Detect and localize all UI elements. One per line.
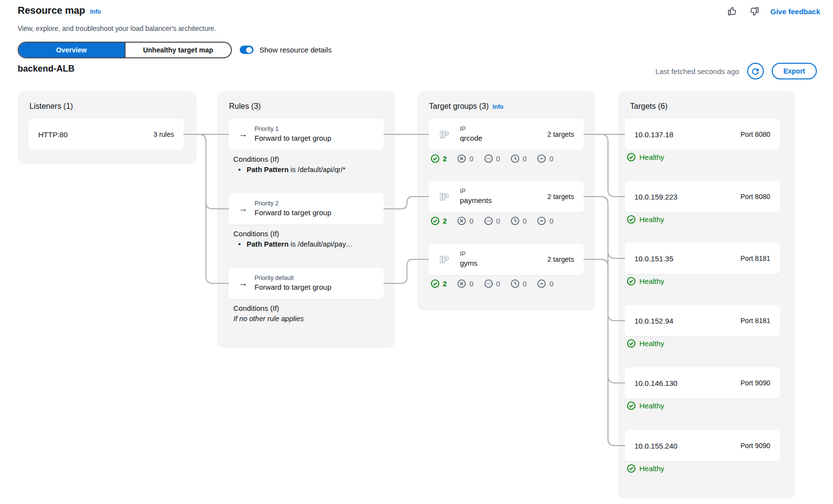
target-port: Port 8181 xyxy=(740,254,770,262)
healthy-icon xyxy=(430,216,440,226)
initial-count: 0 xyxy=(510,216,527,226)
condition-item: • Path Pattern is /default/api/qr/* xyxy=(233,166,385,174)
healthy-icon xyxy=(627,277,636,286)
rule-action: Forward to target group xyxy=(254,133,331,143)
target-card[interactable]: 10.0.137.18 Port 8080 xyxy=(625,119,780,150)
target-ip: 10.0.155.240 xyxy=(634,442,678,450)
target-ip: 10.0.146.130 xyxy=(634,379,678,387)
target-groups-panel-title: Target groups (3) xyxy=(429,102,489,111)
thumbs-up-icon[interactable] xyxy=(727,6,738,17)
target-group-type: IP xyxy=(460,187,492,196)
target-card[interactable]: 10.0.152.94 Port 8181 xyxy=(625,305,780,336)
forward-arrow-icon: → xyxy=(238,129,248,140)
tab-overview[interactable]: Overview xyxy=(19,43,125,57)
initial-icon xyxy=(510,279,520,288)
unhealthy-icon xyxy=(457,279,466,288)
draining-count: 0 xyxy=(537,279,553,288)
target-card[interactable]: 10.0.146.130 Port 9090 xyxy=(625,367,780,399)
rule-card-priority-2[interactable]: → Priority 2 Forward to target group xyxy=(228,193,384,225)
target-group-card-gyms[interactable]: IP IP gyms 2 targets xyxy=(429,244,584,275)
healthy-icon xyxy=(430,279,440,288)
last-fetched-text: Last fetched seconds ago xyxy=(656,67,739,76)
listener-card[interactable]: HTTP:80 3 rules xyxy=(28,119,184,150)
rule-card-priority-1[interactable]: → Priority 1 Forward to target group xyxy=(228,119,384,150)
give-feedback-link[interactable]: Give feedback xyxy=(770,7,820,16)
thumbs-down-icon[interactable] xyxy=(749,6,759,17)
unused-count: 0 xyxy=(484,216,500,226)
target-group-payments-status-row: 2 0 0 0 0 xyxy=(430,216,554,226)
healthy-icon xyxy=(627,215,636,224)
target-group-target-count: 2 targets xyxy=(548,130,574,138)
condition-item: • Path Pattern is /default/api/pay… xyxy=(233,240,385,248)
healthy-icon xyxy=(627,339,636,348)
show-resource-details-toggle-row: Show resource details xyxy=(240,46,332,54)
title-info-link[interactable]: Info xyxy=(90,8,101,15)
target-group-type: IP xyxy=(460,250,478,258)
target-ip: 10.0.137.18 xyxy=(634,130,673,139)
target-card[interactable]: 10.0.151.35 Port 8181 xyxy=(625,243,780,274)
unhealthy-icon xyxy=(457,154,466,163)
target-health-status: Healthy xyxy=(627,277,664,286)
page-description: View, explore, and troubleshoot your loa… xyxy=(18,25,216,32)
listener-protocol-port: HTTP:80 xyxy=(38,130,68,139)
rule-card-priority-default[interactable]: → Priority default Forward to target gro… xyxy=(228,268,384,299)
unhealthy-count: 0 xyxy=(457,279,473,288)
draining-count: 0 xyxy=(537,216,553,226)
healthy-icon xyxy=(627,152,636,162)
rule-action: Forward to target group xyxy=(254,208,331,218)
target-card[interactable]: 10.0.155.240 Port 9090 xyxy=(625,430,780,461)
target-card[interactable]: 10.0.159.223 Port 8080 xyxy=(625,181,780,212)
targets-panel-title: Targets (6) xyxy=(630,102,667,111)
healthy-icon xyxy=(627,464,636,473)
conditions-heading: Conditions (If) xyxy=(233,229,385,238)
target-groups-info-link[interactable]: Info xyxy=(493,103,504,110)
target-port: Port 8181 xyxy=(740,317,770,325)
unused-count: 0 xyxy=(484,279,500,288)
target-group-name: gyms xyxy=(460,258,478,268)
target-port: Port 8080 xyxy=(740,130,770,138)
initial-icon xyxy=(510,154,520,163)
target-group-name: payments xyxy=(460,196,492,205)
target-ip: 10.0.151.35 xyxy=(634,254,673,263)
refresh-button[interactable] xyxy=(747,63,764,79)
page-header: Resource map Info xyxy=(18,5,101,16)
svg-text:IP: IP xyxy=(440,254,449,265)
svg-text:IP: IP xyxy=(440,192,449,202)
export-button[interactable]: Export xyxy=(772,63,817,79)
rule-1-conditions: Conditions (If) • Path Pattern is /defau… xyxy=(233,155,385,174)
target-health-status: Healthy xyxy=(627,339,664,348)
resource-map-page: Resource map Info View, explore, and tro… xyxy=(0,0,833,504)
view-segmented-control: Overview Unhealthy target map xyxy=(18,42,232,58)
refresh-icon xyxy=(751,67,760,76)
draining-count: 0 xyxy=(537,154,553,163)
show-resource-details-label: Show resource details xyxy=(259,46,332,54)
initial-count: 0 xyxy=(510,154,527,163)
healthy-count: 2 xyxy=(430,154,447,163)
healthy-count: 2 xyxy=(430,279,447,288)
listeners-panel-title: Listeners (1) xyxy=(29,102,73,111)
fetch-meta: Last fetched seconds ago Export xyxy=(656,63,817,79)
target-ip: 10.0.152.94 xyxy=(634,317,673,325)
unused-icon xyxy=(484,154,493,163)
forward-arrow-icon: → xyxy=(238,278,248,289)
draining-icon xyxy=(537,216,546,226)
forward-arrow-icon: → xyxy=(238,203,248,214)
rule-default-conditions: Conditions (If) If no other rule applies xyxy=(233,304,385,323)
switch-knob xyxy=(246,47,252,53)
target-ip: 10.0.159.223 xyxy=(634,193,678,201)
target-group-card-payments[interactable]: IP IP payments 2 targets xyxy=(429,181,584,212)
rule-action: Forward to target group xyxy=(254,282,331,292)
target-group-card-qrcode[interactable]: IP IP qrcode 2 targets xyxy=(429,119,584,150)
unused-icon xyxy=(484,279,493,288)
healthy-icon xyxy=(627,401,636,410)
target-health-status: Healthy xyxy=(627,215,664,224)
target-port: Port 8080 xyxy=(740,193,770,201)
svg-text:IP: IP xyxy=(440,129,449,140)
target-group-name: qrcode xyxy=(460,133,482,143)
draining-icon xyxy=(537,279,546,288)
initial-icon xyxy=(510,216,520,226)
show-resource-details-switch[interactable] xyxy=(240,46,253,54)
rule-2-conditions: Conditions (If) • Path Pattern is /defau… xyxy=(233,229,385,248)
rules-panel-title: Rules (3) xyxy=(229,102,261,111)
tab-unhealthy-target-map[interactable]: Unhealthy target map xyxy=(125,43,231,57)
